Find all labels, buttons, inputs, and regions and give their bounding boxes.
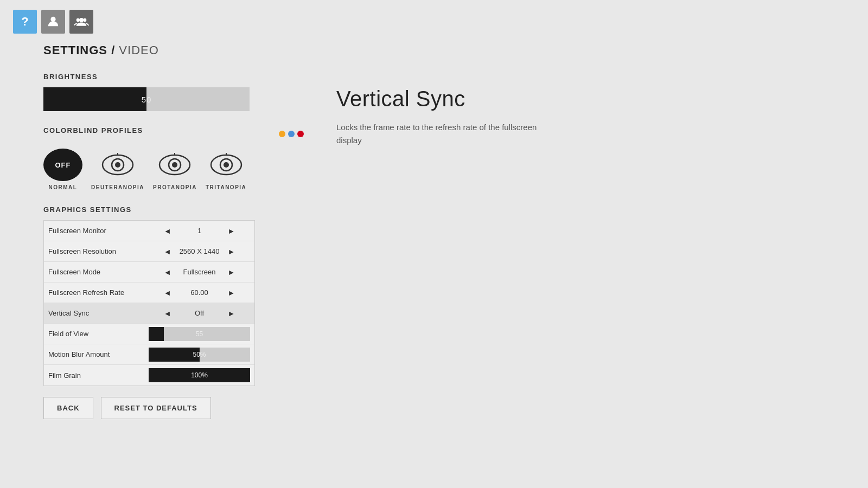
graphics-section: GRAPHICS SETTINGS Fullscreen Monitor ◄ 1… — [43, 206, 304, 386]
title-sep: / — [107, 43, 119, 57]
row-label-fullscreen-mode: Fullscreen Mode — [48, 268, 149, 276]
svg-point-0 — [50, 17, 55, 22]
value-vsync: Off — [178, 309, 221, 317]
value-monitor: 1 — [178, 227, 221, 235]
row-control-fov: 55 — [149, 327, 250, 341]
deuteranopia-label: DEUTERANOPIA — [91, 184, 144, 190]
row-film-grain[interactable]: Film Grain 100% — [44, 365, 254, 386]
brightness-label: BRIGHTNESS — [43, 73, 304, 81]
arrow-right-resolution[interactable]: ► — [226, 246, 238, 257]
arrow-left-vsync[interactable]: ◄ — [162, 308, 174, 319]
row-control-fullscreen-mode: ◄ Fullscreen ► — [149, 267, 250, 278]
arrow-left-refresh[interactable]: ◄ — [162, 287, 174, 298]
arrow-right-vsync[interactable]: ► — [226, 308, 238, 319]
top-bar: ? — [0, 0, 868, 43]
left-panel: SETTINGS / VIDEO BRIGHTNESS 50 COLORBLIN… — [43, 43, 304, 419]
graphics-table: Fullscreen Monitor ◄ 1 ► Fullscreen Reso… — [43, 220, 255, 386]
person-icon[interactable] — [41, 10, 65, 34]
row-label-fullscreen-resolution: Fullscreen Resolution — [48, 247, 149, 255]
dot-orange — [279, 131, 285, 137]
arrow-left-monitor[interactable]: ◄ — [162, 226, 174, 236]
row-control-fullscreen-resolution: ◄ 2560 X 1440 ► — [149, 246, 250, 257]
page-title: SETTINGS / VIDEO — [43, 43, 304, 57]
row-label-fullscreen-monitor: Fullscreen Monitor — [48, 227, 149, 235]
brightness-section: BRIGHTNESS 50 — [43, 73, 304, 111]
row-control-motion-blur: 50% — [149, 348, 250, 362]
colorblind-label: COLORBLIND PROFILES — [43, 126, 143, 134]
question-icon[interactable]: ? — [13, 10, 37, 34]
row-motion-blur[interactable]: Motion Blur Amount 50% — [44, 344, 254, 365]
colorblind-section: COLORBLIND PROFILES OFF NORMAL — [43, 126, 304, 190]
colorblind-deuteranopia[interactable]: DEUTERANOPIA — [91, 149, 144, 190]
arrow-right-monitor[interactable]: ► — [226, 226, 238, 236]
group-icon[interactable] — [69, 10, 93, 34]
row-label-vertical-sync: Vertical Sync — [48, 309, 149, 317]
tritanopia-label: TRITANOPIA — [206, 184, 246, 190]
arrow-left-mode[interactable]: ◄ — [162, 267, 174, 278]
colorblind-tritanopia[interactable]: TRITANOPIA — [206, 149, 246, 190]
dot-blue — [288, 131, 295, 137]
graphics-table-wrapper: Fullscreen Monitor ◄ 1 ► Fullscreen Reso… — [43, 220, 304, 386]
row-control-fullscreen-monitor: ◄ 1 ► — [149, 226, 250, 236]
svg-point-2 — [83, 18, 86, 22]
arrow-left-resolution[interactable]: ◄ — [162, 246, 174, 257]
row-control-vertical-sync: ◄ Off ► — [149, 308, 250, 319]
row-fullscreen-resolution[interactable]: Fullscreen Resolution ◄ 2560 X 1440 ► — [44, 241, 254, 262]
colorblind-dots — [279, 131, 304, 137]
title-bold: SETTINGS — [43, 43, 107, 57]
svg-point-10 — [172, 162, 177, 168]
row-label-motion-blur: Motion Blur Amount — [48, 350, 149, 358]
row-vertical-sync[interactable]: Vertical Sync ◄ Off ► — [44, 303, 254, 324]
detail-description: Locks the frame rate to the refresh rate… — [336, 121, 542, 147]
off-box: OFF — [43, 149, 82, 181]
value-refresh: 60.00 — [178, 288, 221, 297]
colorblind-options: OFF NORMAL DEUTERANOPIA — [43, 149, 304, 190]
button-row: BACK RESET TO DEFAULTS — [43, 397, 304, 419]
right-panel: Vertical Sync Locks the frame rate to th… — [336, 43, 825, 419]
normal-icon: OFF — [43, 149, 82, 181]
detail-title: Vertical Sync — [336, 87, 825, 111]
row-fullscreen-monitor[interactable]: Fullscreen Monitor ◄ 1 ► — [44, 221, 254, 241]
row-refresh-rate[interactable]: Fullscreen Refresh Rate ◄ 60.00 ► — [44, 282, 254, 303]
row-label-refresh-rate: Fullscreen Refresh Rate — [48, 288, 149, 297]
row-field-of-view[interactable]: Field of View 55 — [44, 324, 254, 344]
svg-point-3 — [79, 18, 84, 22]
normal-label: NORMAL — [49, 184, 78, 190]
brightness-value: 50 — [43, 95, 250, 104]
arrow-right-refresh[interactable]: ► — [226, 287, 238, 298]
back-button[interactable]: BACK — [43, 397, 93, 419]
row-fullscreen-mode[interactable]: Fullscreen Mode ◄ Fullscreen ► — [44, 262, 254, 282]
protanopia-icon — [155, 149, 194, 181]
title-light: VIDEO — [119, 43, 158, 57]
svg-point-1 — [76, 18, 80, 22]
reset-button[interactable]: RESET TO DEFAULTS — [101, 397, 211, 419]
value-mode: Fullscreen — [178, 268, 221, 276]
tritanopia-icon — [207, 149, 246, 181]
svg-point-14 — [224, 162, 229, 168]
colorblind-normal[interactable]: OFF NORMAL — [43, 149, 82, 190]
dot-red — [297, 131, 304, 137]
protanopia-label: PROTANOPIA — [153, 184, 197, 190]
colorblind-header: COLORBLIND PROFILES — [43, 126, 304, 141]
graphics-label: GRAPHICS SETTINGS — [43, 206, 304, 214]
brightness-bar[interactable]: 50 — [43, 87, 250, 111]
value-resolution: 2560 X 1440 — [178, 247, 221, 255]
row-label-fov: Field of View — [48, 330, 149, 338]
colorblind-protanopia[interactable]: PROTANOPIA — [153, 149, 197, 190]
row-label-film-grain: Film Grain — [48, 371, 149, 380]
svg-point-6 — [115, 162, 120, 168]
arrow-right-mode[interactable]: ► — [226, 267, 238, 278]
row-control-refresh-rate: ◄ 60.00 ► — [149, 287, 250, 298]
deuteranopia-icon — [98, 149, 137, 181]
main-content: SETTINGS / VIDEO BRIGHTNESS 50 COLORBLIN… — [0, 43, 868, 419]
row-control-film-grain: 100% — [149, 368, 250, 382]
